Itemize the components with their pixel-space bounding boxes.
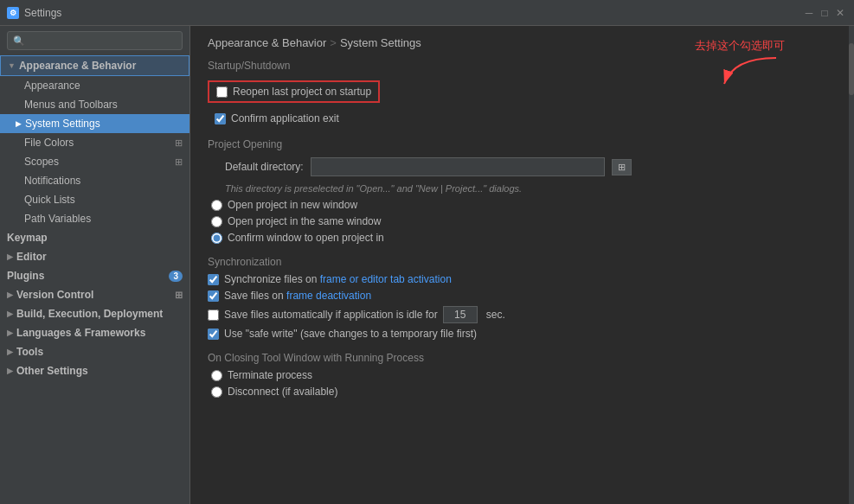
disconnect-row: Disconnect (if available) — [208, 386, 837, 398]
chevron-right-icon-build: ▶ — [7, 309, 13, 318]
sync3-label: Save files automatically if application … — [224, 309, 438, 321]
reopen-project-row: Reopen last project on startup — [208, 80, 380, 103]
radio-same-window-label[interactable]: Open project in the same window — [228, 215, 381, 227]
sync2-checkbox[interactable] — [208, 290, 219, 302]
sync2-prefix: Save files on — [224, 290, 286, 302]
sidebar-item-build-execution[interactable]: ▶ Build, Execution, Deployment — [0, 304, 189, 323]
default-dir-label: Default directory: — [225, 161, 304, 173]
sidebar-item-keymap[interactable]: Keymap — [0, 228, 189, 247]
reopen-project-checkbox[interactable] — [216, 86, 228, 98]
editor-label: Editor — [16, 251, 47, 263]
radio-confirm-window[interactable] — [211, 233, 222, 244]
breadcrumb-parent: Appearance & Behavior — [208, 36, 326, 49]
radio-disconnect[interactable] — [211, 386, 222, 398]
close-button[interactable]: ✕ — [833, 6, 847, 20]
title-bar: ⚙ Settings ─ □ ✕ — [0, 0, 854, 26]
chevron-right-icon-editor: ▶ — [7, 252, 13, 261]
radio-same-window-row: Open project in the same window — [208, 215, 837, 227]
quick-lists-label: Quick Lists — [24, 194, 75, 206]
sidebar-item-scopes[interactable]: Scopes ⊞ — [0, 152, 189, 171]
appearance-behavior-label: Appearance & Behavior — [19, 60, 136, 72]
chevron-right-icon-other: ▶ — [7, 367, 13, 375]
confirm-exit-label[interactable]: Confirm application exit — [231, 112, 339, 124]
sync1-blue: frame or editor tab activation — [320, 273, 452, 285]
confirm-exit-row: Confirm application exit — [208, 111, 837, 126]
search-box[interactable]: 🔍 — [7, 31, 183, 50]
breadcrumb-separator: > — [330, 36, 337, 49]
idle-time-input[interactable] — [443, 306, 478, 323]
sync4-label[interactable]: Use "safe write" (save changes to a temp… — [224, 328, 477, 340]
sync3-checkbox[interactable] — [208, 309, 219, 321]
radio-same-window[interactable] — [211, 216, 222, 227]
chevron-right-icon: ▶ — [16, 119, 22, 128]
sidebar-item-languages[interactable]: ▶ Languages & Frameworks — [0, 323, 189, 342]
chevron-right-icon-tools: ▶ — [7, 348, 13, 356]
sync2-label: Save files on frame deactivation — [224, 290, 371, 302]
sidebar-item-menus-toolbars[interactable]: Menus and Toolbars — [0, 95, 189, 114]
sidebar-item-other-settings[interactable]: ▶ Other Settings — [0, 361, 189, 380]
plugins-label: Plugins — [7, 270, 44, 282]
sidebar-item-file-colors[interactable]: File Colors ⊞ — [0, 133, 189, 152]
confirm-exit-checkbox[interactable] — [215, 113, 226, 124]
other-settings-label: Other Settings — [16, 365, 88, 377]
terminate-label[interactable]: Terminate process — [228, 369, 312, 381]
path-variables-label: Path Variables — [24, 213, 91, 225]
sidebar-item-notifications[interactable]: Notifications — [0, 171, 189, 190]
scopes-label: Scopes — [24, 156, 59, 168]
window-controls: ─ □ ✕ — [802, 6, 847, 20]
minimize-button[interactable]: ─ — [802, 6, 816, 20]
vc-badge: ⊞ — [175, 290, 183, 301]
browse-dir-button[interactable]: ⊞ — [612, 159, 632, 175]
dir-hint: This directory is preselected in "Open..… — [208, 183, 837, 194]
scrollbar-thumb[interactable] — [849, 43, 854, 95]
sidebar-item-editor[interactable]: ▶ Editor — [0, 247, 189, 266]
window-title: Settings — [24, 7, 797, 19]
chevron-down-icon: ▼ — [8, 61, 16, 70]
appearance-label: Appearance — [24, 80, 80, 92]
sidebar-item-path-variables[interactable]: Path Variables — [0, 209, 189, 228]
chevron-right-icon-vc: ▶ — [7, 290, 13, 299]
sync4-row: Use "safe write" (save changes to a temp… — [208, 328, 837, 340]
plugins-badge: 3 — [169, 271, 183, 282]
sync1-prefix: Synchronize files on — [224, 273, 320, 285]
radio-confirm-label[interactable]: Confirm window to open project in — [228, 232, 384, 244]
tools-label: Tools — [16, 346, 43, 358]
disconnect-label[interactable]: Disconnect (if available) — [228, 386, 337, 398]
sidebar-item-tools[interactable]: ▶ Tools — [0, 342, 189, 361]
notifications-label: Notifications — [24, 175, 80, 187]
radio-new-window[interactable] — [211, 200, 222, 211]
chevron-right-icon-lang: ▶ — [7, 329, 13, 337]
file-colors-badge: ⊞ — [175, 137, 183, 149]
default-dir-input[interactable] — [311, 157, 605, 176]
radio-terminate[interactable] — [211, 370, 222, 381]
radio-new-window-label[interactable]: Open project in new window — [228, 199, 357, 211]
annotation-arrow-svg — [716, 54, 785, 88]
sync-section-label: Synchronization — [208, 256, 837, 268]
sync1-row: Synchronize files on frame or editor tab… — [208, 273, 837, 285]
scrollbar[interactable] — [849, 26, 854, 504]
closing-section-label: On Closing Tool Window with Running Proc… — [208, 352, 837, 364]
sidebar-item-quick-lists[interactable]: Quick Lists — [0, 190, 189, 209]
sync1-checkbox[interactable] — [208, 274, 219, 285]
search-input[interactable] — [29, 35, 177, 47]
languages-label: Languages & Frameworks — [16, 327, 145, 339]
sidebar-item-appearance-behavior[interactable]: ▼ Appearance & Behavior — [0, 55, 189, 76]
radio-new-window-row: Open project in new window — [208, 199, 837, 211]
version-control-label: Version Control — [16, 289, 93, 301]
sync2-blue: frame deactivation — [286, 290, 371, 302]
reopen-project-label[interactable]: Reopen last project on startup — [233, 86, 371, 98]
default-dir-row: Default directory: ⊞ — [208, 157, 837, 176]
breadcrumb-current: System Settings — [340, 36, 421, 49]
sync4-checkbox[interactable] — [208, 329, 219, 340]
maximize-button[interactable]: □ — [818, 6, 832, 20]
build-execution-label: Build, Execution, Deployment — [16, 308, 163, 320]
menus-toolbars-label: Menus and Toolbars — [24, 99, 118, 111]
sidebar-item-version-control[interactable]: ▶ Version Control ⊞ — [0, 285, 189, 304]
sync1-label: Synchronize files on frame or editor tab… — [224, 273, 452, 285]
scopes-badge: ⊞ — [175, 156, 183, 168]
annotation: 去掉这个勾选即可 — [695, 38, 785, 88]
sidebar-item-appearance[interactable]: Appearance — [0, 76, 189, 95]
sidebar-item-plugins[interactable]: Plugins 3 — [0, 266, 189, 285]
sidebar-item-system-settings[interactable]: ▶ System Settings — [0, 114, 189, 133]
sidebar: 🔍 ▼ Appearance & Behavior Appearance Men… — [0, 26, 190, 504]
